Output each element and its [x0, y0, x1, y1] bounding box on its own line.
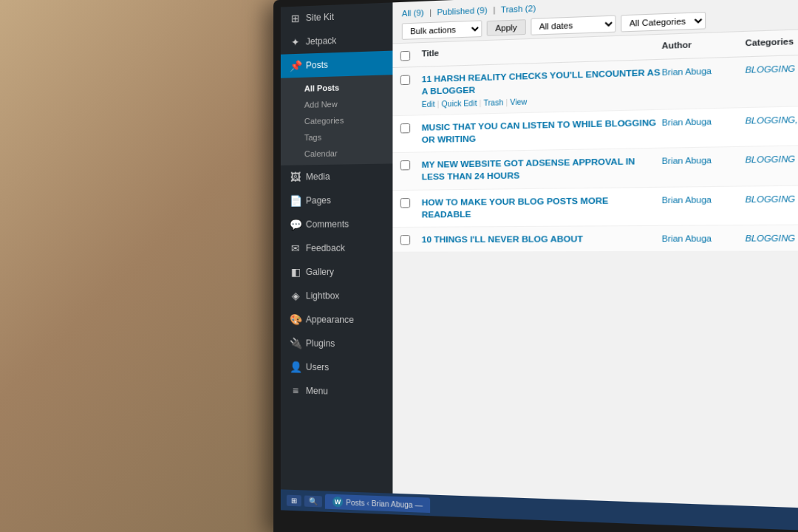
comments-icon: 💬 [290, 219, 301, 231]
row-1-trash[interactable]: Trash [483, 98, 503, 107]
row-1-categories[interactable]: BLOGGING [746, 61, 798, 75]
submenu-calendar[interactable]: Calendar [281, 144, 393, 163]
sidebar-item-menu[interactable]: ≡ Menu [281, 378, 393, 404]
category-filter-select[interactable]: All Categories Blogging Fun [621, 12, 706, 33]
filter-sep-1: | [429, 7, 434, 17]
media-icon: 🖼 [290, 171, 301, 183]
row-4-content: HOW TO MAKE YOUR BLOG POSTS MORE READABL… [422, 194, 662, 220]
taskbar-start[interactable]: ⊞ [287, 494, 301, 506]
posts-icon: 📌 [290, 60, 301, 72]
select-all-checkbox[interactable] [400, 51, 410, 61]
users-icon: 👤 [290, 361, 301, 372]
row-3-content: MY NEW WEBSITE GOT ADSENSE APPROVAL IN L… [422, 155, 662, 183]
sidebar-item-lightbox[interactable]: ◈ Lightbox [281, 284, 393, 308]
site-kit-icon: ⊞ [290, 12, 301, 24]
lightbox-icon: ◈ [290, 290, 301, 301]
row-5-content: 10 THINGS I'LL NEVER BLOG ABOUT [422, 232, 662, 245]
header-title: Title [422, 41, 662, 60]
plugins-icon: 🔌 [290, 337, 301, 349]
sidebar-label-posts: Posts [306, 60, 328, 71]
filter-sep-2: | [493, 5, 497, 15]
posts-table: Title Author Categories 11 HARSH REALITY… [392, 29, 798, 253]
sidebar-label-gallery: Gallery [306, 267, 334, 277]
sidebar-label-pages: Pages [306, 195, 331, 205]
menu-icon: ≡ [290, 384, 301, 396]
sidebar-label-site-kit: Site Kit [306, 12, 334, 24]
sidebar: ⊞ Site Kit ✦ Jetpack 📌 Posts All Posts A… [281, 2, 393, 514]
sidebar-label-media: Media [306, 171, 330, 183]
table-row: 10 THINGS I'LL NEVER BLOG ABOUT Brian Ab… [392, 225, 798, 252]
sidebar-item-feedback[interactable]: ✉ Feedback [281, 236, 393, 260]
row-4-author[interactable]: Brian Abuga [662, 193, 746, 205]
taskbar-tab-chrome[interactable]: W Posts ‹ Brian Abuga — [325, 494, 430, 514]
row-5-title[interactable]: 10 THINGS I'LL NEVER BLOG ABOUT [422, 232, 662, 245]
row-4-title[interactable]: HOW TO MAKE YOUR BLOG POSTS MORE READABL… [422, 194, 662, 220]
header-categories: Categories [746, 35, 798, 50]
row-2-categories[interactable]: BLOGGING, FUN [746, 112, 798, 126]
main-content: All (9) | Published (9) | Trash (2) Bulk… [392, 0, 798, 532]
sidebar-label-appearance: Appearance [306, 314, 354, 325]
sidebar-item-posts[interactable]: 📌 Posts [281, 51, 393, 78]
row-1-view[interactable]: View [510, 98, 527, 106]
row-2-checkbox[interactable] [400, 123, 410, 134]
sidebar-label-jetpack: Jetpack [306, 35, 337, 47]
row-5-categories[interactable]: BLOGGING [746, 231, 798, 243]
row-4-checkbox-cell [400, 196, 422, 208]
sidebar-item-pages[interactable]: 📄 Pages [281, 188, 393, 213]
row-3-title[interactable]: MY NEW WEBSITE GOT ADSENSE APPROVAL IN L… [422, 155, 662, 183]
row-3-categories[interactable]: BLOGGING [746, 152, 798, 165]
pages-icon: 📄 [290, 195, 301, 207]
filter-all[interactable]: All (9) [402, 8, 424, 18]
sidebar-label-lightbox: Lightbox [306, 290, 340, 301]
row-4-checkbox[interactable] [400, 198, 410, 208]
sidebar-item-media[interactable]: 🖼 Media [281, 163, 393, 188]
row-2-checkbox-cell [400, 122, 422, 134]
row-2-title[interactable]: MUSIC THAT YOU CAN LISTEN TO WHILE BLOGG… [422, 116, 662, 146]
filter-published[interactable]: Published (9) [437, 5, 487, 16]
row-1-edit[interactable]: Edit [422, 100, 435, 109]
taskbar-search[interactable]: 🔍 [304, 495, 322, 507]
wp-favicon: W [332, 497, 343, 508]
date-filter-select[interactable]: All dates January 2022 February 2022 [531, 16, 615, 35]
gallery-icon: ◧ [290, 266, 301, 278]
filter-trash[interactable]: Trash (2) [501, 4, 536, 14]
row-5-author[interactable]: Brian Abuga [662, 232, 746, 243]
row-2-author[interactable]: Brian Abuga [662, 115, 746, 127]
sidebar-item-plugins[interactable]: 🔌 Plugins [281, 331, 393, 356]
row-1-checkbox[interactable] [400, 75, 410, 86]
row-3-checkbox[interactable] [400, 160, 410, 170]
bulk-actions-select[interactable]: Bulk actions Edit Move to Trash [402, 20, 482, 40]
sidebar-label-menu: Menu [306, 386, 328, 397]
sidebar-item-comments[interactable]: 💬 Comments [281, 212, 393, 236]
row-1-title[interactable]: 11 HARSH REALITY CHECKS YOU'LL ENCOUNTER… [422, 66, 662, 98]
row-1-author[interactable]: Brian Abuga [662, 64, 746, 77]
sidebar-label-comments: Comments [306, 219, 349, 230]
row-5-checkbox[interactable] [400, 235, 410, 245]
apply-button[interactable]: Apply [487, 19, 526, 36]
table-row: MY NEW WEBSITE GOT ADSENSE APPROVAL IN L… [392, 146, 798, 191]
sidebar-item-users[interactable]: 👤 Users [281, 355, 393, 381]
row-5-checkbox-cell [400, 233, 422, 245]
sidebar-item-appearance[interactable]: 🎨 Appearance [281, 307, 393, 332]
row-1-content: 11 HARSH REALITY CHECKS YOU'LL ENCOUNTER… [422, 66, 662, 109]
table-row: HOW TO MAKE YOUR BLOG POSTS MORE READABL… [392, 185, 798, 228]
taskbar-tab-label: Posts ‹ Brian Abuga — [346, 498, 423, 509]
laptop-frame: ⊞ Site Kit ✦ Jetpack 📌 Posts All Posts A… [273, 0, 798, 532]
screen: ⊞ Site Kit ✦ Jetpack 📌 Posts All Posts A… [281, 0, 798, 532]
jetpack-icon: ✦ [290, 36, 301, 49]
sidebar-label-feedback: Feedback [306, 243, 345, 253]
row-4-categories[interactable]: BLOGGING [746, 191, 798, 203]
sidebar-item-jetpack[interactable]: ✦ Jetpack [281, 27, 393, 55]
feedback-icon: ✉ [290, 242, 301, 254]
row-1-checkbox-cell [400, 73, 422, 85]
submenu-categories[interactable]: Categories [281, 111, 393, 130]
row-2-content: MUSIC THAT YOU CAN LISTEN TO WHILE BLOGG… [422, 116, 662, 146]
appearance-icon: 🎨 [290, 313, 301, 325]
sidebar-label-users: Users [306, 362, 329, 373]
sidebar-item-gallery[interactable]: ◧ Gallery [281, 260, 393, 284]
sidebar-label-plugins: Plugins [306, 338, 335, 349]
row-3-checkbox-cell [400, 159, 422, 171]
submenu-tags[interactable]: Tags [281, 128, 393, 146]
row-3-author[interactable]: Brian Abuga [662, 154, 746, 166]
row-1-quick-edit[interactable]: Quick Edit [442, 99, 477, 109]
